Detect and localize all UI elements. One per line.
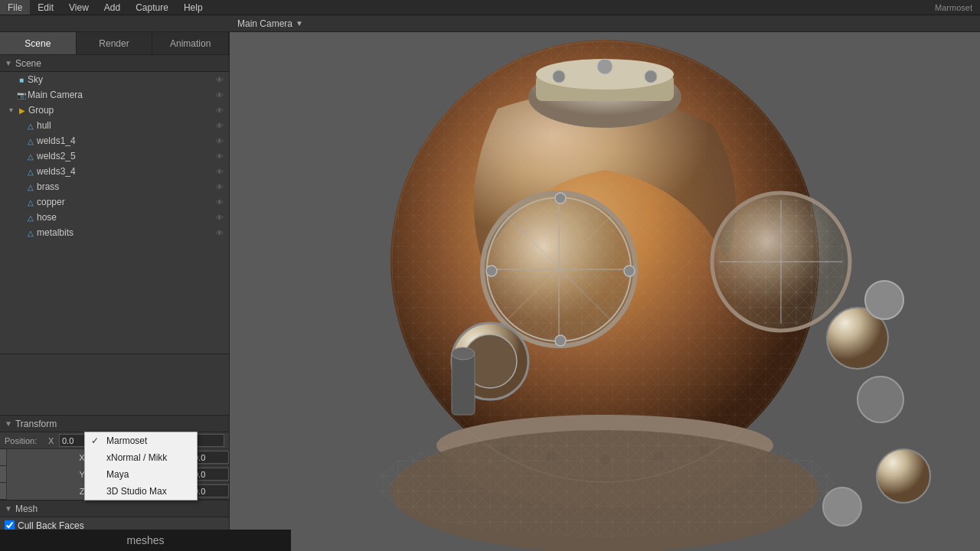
scene-title: Scene [15,58,41,69]
sky-label: Sky [28,74,214,85]
menu-edit[interactable]: Edit [30,0,61,15]
welds2-icon: △ [24,152,37,161]
viewport-image [230,32,980,551]
mesh-title: Mesh [15,504,38,514]
tree-item-metalbits[interactable]: △ metalbits 👁 [0,225,229,240]
welds2-visibility-icon[interactable]: 👁 [214,152,226,161]
copper-icon: △ [24,198,37,207]
svg-point-10 [645,70,657,83]
menu-help[interactable]: Help [176,0,211,15]
welds3-visibility-icon[interactable]: 👁 [214,168,226,176]
scene-tree: ▼ Scene ■ Sky 👁 📷 Main Camera 👁 ▼ ▶ Grou… [0,55,229,354]
tree-item-hose[interactable]: △ hose 👁 [0,210,229,225]
camera-item-label: Main Camera [28,90,214,100]
metalbits-label: metalbits [37,227,214,238]
z-rotation-slider[interactable] [0,483,6,499]
welds3-icon: △ [24,168,37,176]
sky-visibility-icon[interactable]: 👁 [214,76,226,84]
x-rotation-slider[interactable] [0,449,6,465]
welds2-label: welds2_5 [37,151,214,161]
metalbits-visibility-icon[interactable]: 👁 [214,229,226,237]
camera-dropdown-icon: ▼ [296,19,303,28]
dropdown-item-3dsmax[interactable]: 3D Studio Max [85,483,197,500]
brass-icon: △ [24,183,37,191]
tab-animation[interactable]: Animation [152,32,229,54]
dropdown-item-marmoset[interactable]: ✓ Marmoset [85,432,197,449]
brass-visibility-icon[interactable]: 👁 [214,183,226,191]
camera-visibility-icon[interactable]: 👁 [214,91,226,99]
svg-point-40 [858,377,903,422]
xnormal-label: xNormal / Mikk [106,452,167,463]
copper-label: copper [37,197,214,207]
menu-add[interactable]: Add [96,0,128,15]
group-icon: ▶ [16,106,28,115]
transform-toggle[interactable]: ▼ [5,419,12,428]
svg-rect-43 [452,354,475,415]
brass-label: brass [37,181,214,192]
tangent-space-dropdown-menu: ✓ Marmoset xNormal / Mikk Maya 3D Studio… [84,432,198,500]
3dsmax-label: 3D Studio Max [106,486,167,497]
tree-item-welds1[interactable]: △ welds1_4 👁 [0,133,229,148]
mesh-header: ▼ Mesh [0,500,229,517]
group-toggle[interactable]: ▼ [8,106,15,114]
scene-toggle[interactable]: ▼ [5,59,12,67]
scene-header: ▼ Scene [0,55,229,72]
viewport[interactable] [230,32,980,551]
camera-bar: Main Camera ▼ [0,15,980,32]
transform-title: Transform [15,419,57,429]
position-label: Position: [5,436,47,445]
menu-view[interactable]: View [61,0,96,15]
tree-item-group[interactable]: ▼ ▶ Group 👁 [0,103,229,118]
dropdown-item-xnormal[interactable]: xNormal / Mikk [85,449,197,466]
group-label: Group [28,105,214,116]
scene-empty-area [0,354,229,416]
welds1-icon: △ [24,137,37,145]
svg-point-9 [553,70,565,83]
hull-visibility-icon[interactable]: 👁 [214,122,226,130]
hull-icon: △ [24,122,37,130]
tab-render[interactable]: Render [77,32,153,54]
welds1-visibility-icon[interactable]: 👁 [214,137,226,145]
welds3-label: welds3_4 [37,166,214,177]
tree-item-welds3[interactable]: △ welds3_4 👁 [0,164,229,179]
marmoset-check-icon: ✓ [91,435,102,446]
mesh-toggle[interactable]: ▼ [5,504,12,513]
copper-visibility-icon[interactable]: 👁 [214,198,226,207]
menu-capture[interactable]: Capture [128,0,176,15]
tree-item-hull[interactable]: △ hull 👁 [0,118,229,133]
svg-point-39 [865,281,903,319]
x-coord-label: X [48,436,57,445]
maya-label: Maya [106,469,129,480]
tree-item-welds2[interactable]: △ welds2_5 👁 [0,148,229,164]
tree-item-camera[interactable]: 📷 Main Camera 👁 [0,87,229,103]
tree-item-brass[interactable]: △ brass 👁 [0,179,229,194]
panel-tabs: Scene Render Animation [0,32,229,55]
tree-item-sky[interactable]: ■ Sky 👁 [0,72,229,87]
svg-point-11 [597,59,612,74]
hose-label: hose [37,212,214,223]
svg-point-44 [452,347,475,360]
status-text: meshes [126,534,164,546]
status-bar: meshes [0,530,291,551]
svg-point-42 [823,487,861,526]
svg-point-41 [877,449,930,503]
welds1-label: welds1_4 [37,135,214,146]
menubar: File Edit View Add Capture Help Marmoset [0,0,980,15]
group-visibility-icon[interactable]: 👁 [214,106,226,115]
y-rotation-slider[interactable] [0,466,6,482]
hull-label: hull [37,120,214,131]
tree-item-copper[interactable]: △ copper 👁 [0,194,229,210]
menu-file[interactable]: File [0,0,30,15]
sky-icon: ■ [15,76,28,84]
dropdown-item-maya[interactable]: Maya [85,466,197,483]
svg-point-37 [375,430,835,537]
camera-icon: 📷 [15,91,28,99]
tab-scene[interactable]: Scene [0,32,77,54]
camera-label[interactable]: Main Camera ▼ [237,18,303,29]
metalbits-icon: △ [24,229,37,237]
transform-header: ▼ Transform [0,416,229,432]
hose-icon: △ [24,214,37,222]
svg-point-22 [487,197,631,341]
hose-visibility-icon[interactable]: 👁 [214,214,226,222]
viewport-svg [230,32,980,551]
